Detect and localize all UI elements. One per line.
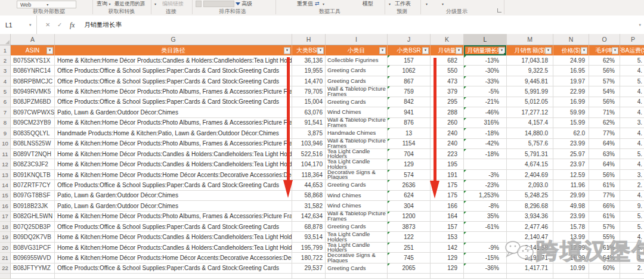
group-dropdown[interactable]: ▾ — [426, 1, 428, 7]
filter-icon[interactable]: ▼ — [47, 47, 53, 54]
cell-L8[interactable]: 316% — [464, 118, 507, 128]
cell-M11[interactable]: 5,791.31 — [507, 149, 553, 159]
cell-O5[interactable]: 54% — [589, 86, 620, 97]
table-header-A1[interactable]: ASIN▼ — [11, 45, 55, 55]
cell-J17[interactable]: 1200 — [388, 212, 431, 222]
filter-icon[interactable]: ▼ — [284, 47, 290, 54]
cell-O17[interactable]: 61% — [589, 212, 620, 222]
filter-icon[interactable]: ▼ — [612, 47, 618, 54]
cell-A6[interactable]: B08JPZM6BD — [11, 97, 55, 107]
cell-N13[interactable]: 12.59 — [553, 170, 589, 180]
cell-O7[interactable]: 71% — [589, 107, 620, 117]
dialog-launcher-icon[interactable] — [497, 8, 501, 13]
cell-G19[interactable]: Home & Kitchen:Home Décor Products:Candl… — [55, 232, 292, 242]
cell-O21[interactable]: 64% — [589, 253, 620, 263]
cell-G9[interactable]: Handmade Products:Home & Kitchen:Patio, … — [55, 128, 292, 138]
cell-I6[interactable]: Greeting Cards — [326, 97, 388, 107]
cell-O11[interactable]: 63% — [589, 149, 620, 159]
cell-M23[interactable] — [507, 274, 553, 279]
table-header-H1[interactable]: 大类BSR▼ — [292, 45, 326, 55]
cell-P9[interactable]: 4. — [620, 128, 644, 138]
row-header-7[interactable]: 7 — [0, 107, 11, 117]
cell-J7[interactable]: 941 — [388, 107, 431, 117]
cell-K11[interactable]: 223 — [431, 149, 464, 159]
cell-A18[interactable]: B07Q25DB3P — [11, 222, 55, 232]
cell-P15[interactable]: 4. — [620, 191, 644, 201]
cell-I17[interactable]: Wall & Tabletop Picture Frames — [326, 212, 388, 222]
row-header-3[interactable]: 3 — [0, 66, 11, 76]
table-header-I1[interactable]: 小类目▼ — [326, 45, 388, 55]
cell-G11[interactable]: Home & Kitchen:Home Décor Products:Candl… — [55, 149, 292, 159]
enter-icon[interactable]: ✓ — [57, 16, 62, 34]
column-header-I[interactable]: I — [326, 34, 388, 45]
cell-L6[interactable]: -21% — [464, 97, 507, 107]
cell-N8[interactable]: 15.99 — [553, 118, 589, 128]
cell-J9[interactable]: 13 — [388, 128, 431, 138]
cell-L5[interactable]: -5% — [464, 86, 507, 97]
filter-icon[interactable]: ▼ — [456, 47, 462, 54]
cell-H22[interactable]: 29,537 — [292, 264, 326, 274]
cell-H9[interactable]: 3,875 — [292, 128, 326, 138]
cell-A9[interactable]: B0835QQLYL — [11, 128, 55, 138]
cell-H8[interactable]: 91,541 — [292, 118, 326, 128]
row-header-11[interactable]: 11 — [0, 149, 11, 159]
cell-L14[interactable]: -23% — [464, 180, 507, 190]
cell-O15[interactable]: 77% — [589, 191, 620, 201]
column-header-K[interactable]: K — [431, 34, 464, 45]
cell-O2[interactable]: 62% — [589, 55, 620, 66]
cell-J19[interactable]: 122 — [388, 232, 431, 242]
cell-P20[interactable]: 5. — [620, 243, 644, 253]
data-model-button[interactable]: 模型 — [363, 1, 373, 7]
cell-N6[interactable]: 16.99 — [553, 97, 589, 107]
cell-A14[interactable]: B07ZRTF7CY — [11, 180, 55, 190]
cell-I8[interactable]: Wall & Tabletop Picture Frames — [326, 118, 388, 128]
cell-K4[interactable]: 473 — [431, 76, 464, 86]
cell-M6[interactable]: 5,012.05 — [507, 97, 553, 107]
cell-K12[interactable]: 195 — [431, 159, 464, 169]
cell-N18[interactable]: 15.78 — [553, 222, 589, 232]
cell-M22[interactable]: 1,417.71 — [507, 264, 553, 274]
cell-N9[interactable]: 62.0 — [553, 128, 589, 138]
cell-L13[interactable]: -3% — [464, 170, 507, 180]
row-header-18[interactable]: 18 — [0, 222, 11, 232]
cell-P8[interactable]: 3. — [620, 118, 644, 128]
cell-J20[interactable]: 251 — [388, 243, 431, 253]
cell-M13[interactable]: 2,404.69 — [507, 170, 553, 180]
cell-J13[interactable]: 574 — [388, 170, 431, 180]
cell-O22[interactable]: 60% — [589, 264, 620, 274]
cell-M9[interactable]: 14,880.0 — [507, 128, 553, 138]
cell-G7[interactable]: Patio, Lawn & Garden:Outdoor Décor:Chime… — [55, 107, 292, 117]
cell-H6[interactable]: 15,004 — [292, 97, 326, 107]
cell-A12[interactable]: B08Z3C9JF2 — [11, 159, 55, 169]
cell-J11[interactable]: 704 — [388, 149, 431, 159]
cell-M19[interactable]: 2,140.47 — [507, 232, 553, 242]
new-query-button[interactable]: 查询 ▾ — [97, 1, 111, 7]
cell-I16[interactable]: Wind Chimes — [326, 201, 388, 211]
cell-P21[interactable]: 3. — [620, 253, 644, 263]
cell-O3[interactable]: 56% — [589, 66, 620, 76]
cell-I9[interactable]: Handmade Chimes — [326, 128, 388, 138]
cell-O10[interactable]: 64% — [589, 139, 620, 149]
row-header-4[interactable]: 4 — [0, 76, 11, 86]
column-header-A[interactable]: A — [11, 34, 55, 45]
row-header-13[interactable]: 13 — [0, 170, 11, 180]
cell-L11[interactable]: -18% — [464, 149, 507, 159]
cell-K18[interactable]: 157 — [431, 222, 464, 232]
cell-N3[interactable]: 16.95 — [553, 66, 589, 76]
cell-N17[interactable]: 23.99 — [553, 212, 589, 222]
advanced-filter-button[interactable]: 高级 — [236, 1, 252, 7]
cell-P23[interactable] — [620, 274, 644, 279]
cell-L19[interactable] — [464, 232, 507, 242]
cell-P12[interactable]: 4. — [620, 159, 644, 169]
cell-O14[interactable]: 61% — [589, 180, 620, 190]
cell-N10[interactable]: 23.99 — [553, 139, 589, 149]
cell-K5[interactable]: 379 — [431, 86, 464, 97]
cell-I14[interactable]: Greeting Cards — [326, 180, 388, 190]
cell-H16[interactable]: 31,582 — [292, 201, 326, 211]
table-header-N1[interactable]: 价格($)▼ — [553, 45, 589, 55]
cell-O9[interactable]: 77% — [589, 128, 620, 138]
cell-H17[interactable]: 142,634 — [292, 212, 326, 222]
cell-L17[interactable]: 35% — [464, 212, 507, 222]
cell-G6[interactable]: Office Products:Office & School Supplies… — [55, 97, 292, 107]
cell-A11[interactable]: B089VT2NQH — [11, 149, 55, 159]
